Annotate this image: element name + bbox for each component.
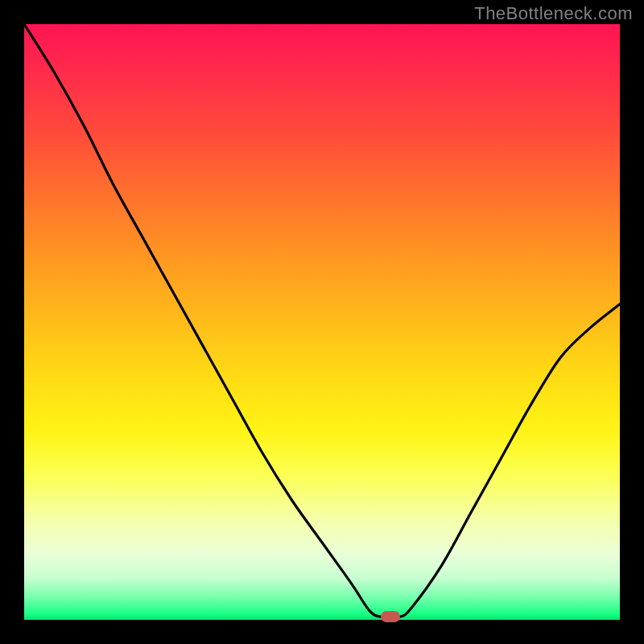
- bottleneck-curve: [24, 24, 620, 620]
- watermark-text: TheBottleneck.com: [474, 3, 633, 24]
- chart-frame: TheBottleneck.com: [0, 0, 644, 644]
- plot-area: [24, 24, 620, 620]
- optimal-marker: [381, 611, 400, 622]
- curve-path: [24, 24, 620, 617]
